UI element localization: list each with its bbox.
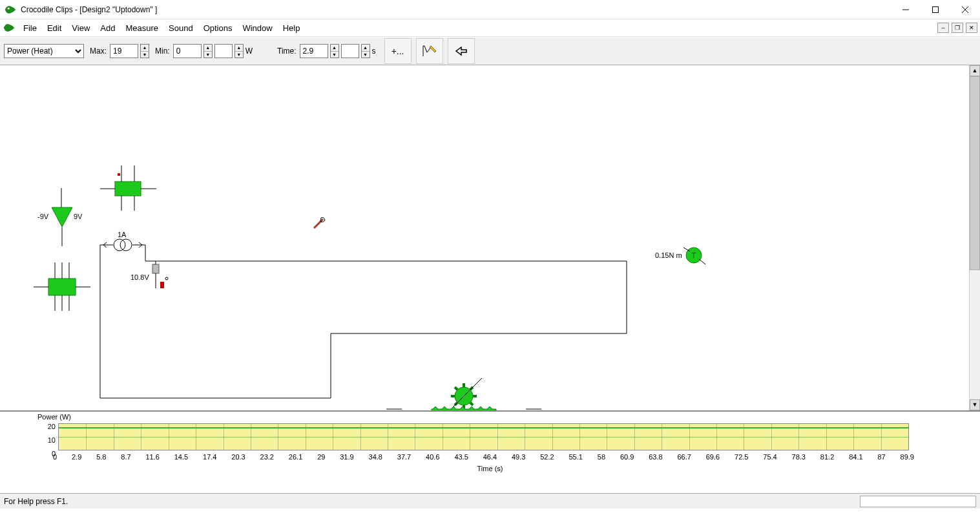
back-button[interactable]	[448, 38, 475, 64]
svg-line-45	[455, 387, 457, 390]
svg-line-37	[699, 259, 705, 264]
close-button[interactable]	[950, 0, 980, 19]
min-spinner[interactable]: ▲▼	[203, 44, 213, 58]
svg-point-26	[114, 239, 125, 251]
component-opamp[interactable]: -9V 9V	[37, 188, 83, 246]
scroll-down-button[interactable]: ▼	[970, 399, 980, 410]
svg-line-34	[314, 219, 323, 228]
svg-rect-29	[152, 264, 159, 273]
graph-data-line	[59, 427, 908, 428]
step-input[interactable]	[214, 44, 233, 58]
graph-x-labels: 02.95.88.711.614.517.420.323.226.12931.9…	[53, 453, 914, 461]
opamp-pos-label: 9V	[74, 213, 83, 220]
torque-label: 0.15N m	[655, 251, 682, 259]
time-label: Time:	[277, 47, 297, 56]
menu-file[interactable]: File	[18, 21, 42, 35]
menu-add[interactable]: Add	[95, 21, 120, 35]
graph-x-title: Time (s)	[477, 465, 503, 472]
component-gear-rack[interactable]	[386, 378, 541, 412]
menu-edit[interactable]: Edit	[42, 21, 67, 35]
min-input[interactable]	[173, 44, 202, 58]
min-label: Min:	[155, 47, 170, 56]
status-field	[860, 496, 976, 507]
max-input[interactable]	[110, 44, 138, 58]
time-step-spinner[interactable]: ▲▼	[361, 44, 370, 58]
graph-panel: Power (W) 20100 02.95.88.711.614.517.420…	[0, 412, 980, 493]
titlebar: Crocodile Clips - [Design2 "Uptodown" ]	[0, 0, 980, 19]
time-unit: s	[372, 47, 376, 56]
svg-point-33	[165, 277, 168, 280]
menu-help[interactable]: Help	[278, 21, 306, 35]
add-series-button[interactable]: +...	[384, 38, 412, 64]
graph-edit-button[interactable]	[416, 38, 443, 64]
graph-toolbar: Power (Heat) Max: ▲▼ Min: ▲▼ ▲▼ W Time: …	[0, 37, 980, 65]
vertical-scrollbar[interactable]: ▲ ▼	[969, 65, 980, 410]
status-text: For Help press F1.	[4, 497, 68, 506]
mdi-restore-button[interactable]: ❐	[952, 23, 963, 33]
step-spinner[interactable]: ▲▼	[235, 44, 244, 58]
svg-marker-6	[52, 207, 72, 227]
component-torque-meter[interactable]: 0.15N m T	[655, 248, 705, 264]
graph-pencil-icon	[422, 43, 437, 59]
probe-tool[interactable]	[314, 218, 325, 229]
graph-y-title: Power (W)	[37, 413, 71, 421]
power-unit: W	[245, 47, 253, 56]
mdi-minimize-button[interactable]: –	[937, 23, 949, 33]
time-input[interactable]	[300, 44, 328, 58]
scroll-thumb[interactable]	[970, 76, 980, 270]
svg-line-46	[470, 403, 473, 405]
maximize-button[interactable]	[921, 0, 950, 19]
component-current-source[interactable]: 1A	[100, 231, 145, 251]
doc-app-icon	[2, 21, 16, 35]
svg-rect-8	[115, 182, 141, 196]
svg-point-27	[120, 239, 132, 251]
graph-type-select[interactable]: Power (Heat)	[4, 44, 84, 58]
app-icon	[3, 3, 17, 17]
menu-options[interactable]: Options	[198, 21, 238, 35]
mdi-close-button[interactable]: ✕	[966, 23, 977, 33]
torque-letter: T	[691, 251, 696, 260]
component-chip-2[interactable]	[34, 262, 90, 311]
arrow-left-icon	[455, 46, 468, 56]
opamp-neg-label: -9V	[37, 213, 49, 220]
circuit-wire[interactable]	[100, 245, 627, 398]
mdi-controls: – ❐ ✕	[937, 23, 980, 33]
max-spinner[interactable]: ▲▼	[140, 44, 149, 58]
svg-point-0	[8, 7, 10, 9]
menu-window[interactable]: Window	[237, 21, 277, 35]
menubar: FileEditViewAddMeasureSoundOptionsWindow…	[0, 19, 980, 37]
time-spinner[interactable]: ▲▼	[330, 44, 339, 58]
design-canvas[interactable]: -9V 9V 1A 10.8V	[0, 65, 980, 412]
svg-rect-16	[48, 279, 76, 295]
window-title: Crocodile Clips - [Design2 "Uptodown" ]	[21, 5, 891, 14]
svg-rect-15	[118, 173, 120, 176]
voltage-label: 10.8V	[130, 273, 149, 281]
component-transistor[interactable]: 10.8V	[130, 261, 168, 288]
component-chip-1[interactable]	[100, 165, 156, 211]
menu-view[interactable]: View	[67, 21, 95, 35]
menu-sound[interactable]: Sound	[163, 21, 198, 35]
svg-rect-2	[933, 6, 939, 12]
max-label: Max:	[90, 47, 107, 56]
scroll-up-button[interactable]: ▲	[970, 65, 980, 76]
svg-rect-32	[160, 282, 164, 288]
graph-plot-area[interactable]	[58, 423, 909, 450]
menu-measure[interactable]: Measure	[120, 21, 163, 35]
minimize-button[interactable]	[891, 0, 921, 19]
statusbar: For Help press F1.	[0, 493, 980, 509]
time-step-input[interactable]	[341, 44, 359, 58]
current-label: 1A	[118, 231, 127, 238]
